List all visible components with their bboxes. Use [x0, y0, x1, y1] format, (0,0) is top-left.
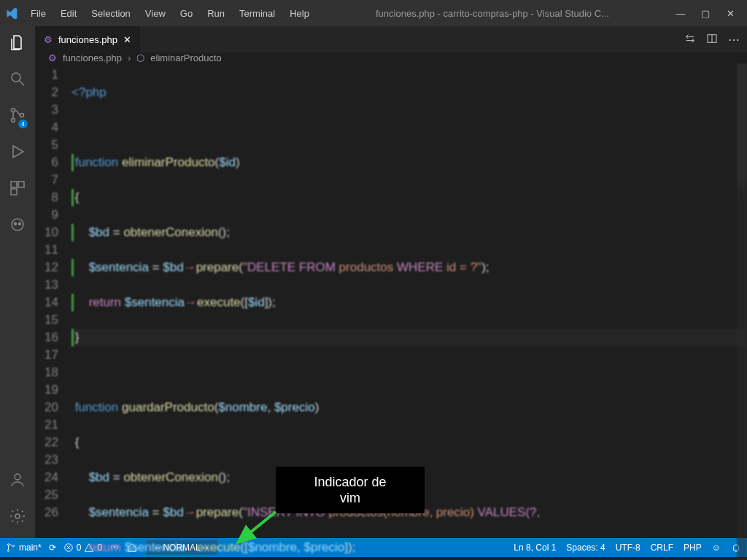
breadcrumb[interactable]: ⚙ funciones.php › ⬡ eliminarProducto	[35, 52, 747, 63]
files-icon	[9, 34, 26, 51]
maximize-button[interactable]: ▢	[699, 8, 712, 19]
git-branch-icon	[6, 542, 16, 553]
svg-rect-6	[11, 189, 17, 195]
activity-scm[interactable]: 4	[9, 106, 26, 127]
svg-point-15	[12, 545, 14, 547]
tab-funciones-php[interactable]: ⚙ funciones.php ✕	[35, 26, 141, 52]
minimap[interactable]	[737, 63, 747, 560]
breadcrumb-file[interactable]: funciones.php	[63, 52, 122, 63]
search-icon	[9, 70, 26, 88]
menu-selection[interactable]: Selection	[85, 5, 136, 22]
window-title: funciones.php - carrito-compras-php - Vi…	[315, 8, 670, 19]
activity-explorer[interactable]	[9, 34, 26, 54]
svg-point-11	[15, 514, 20, 518]
menu-run[interactable]: Run	[201, 5, 231, 22]
svg-point-9	[19, 223, 21, 225]
menu-help[interactable]: Help	[284, 5, 315, 22]
run-debug-icon	[9, 143, 26, 160]
breadcrumb-symbol[interactable]: eliminarProducto	[150, 52, 222, 63]
activity-copilot[interactable]	[9, 216, 26, 236]
svg-point-7	[12, 219, 23, 230]
split-editor-icon[interactable]	[706, 33, 718, 44]
menu-file[interactable]: File	[25, 5, 52, 22]
annotation-arrow-icon	[233, 510, 285, 547]
tab-bar: ⚙ funciones.php ✕ ⋯	[35, 26, 747, 52]
minimize-button[interactable]: —	[674, 8, 687, 19]
editor-actions: ⋯	[677, 33, 747, 47]
annotation-callout: Indicador devim	[276, 467, 425, 513]
title-bar: File Edit Selection View Go Run Terminal…	[0, 0, 747, 26]
svg-rect-5	[18, 182, 24, 187]
activity-account[interactable]	[9, 471, 26, 491]
menu-edit[interactable]: Edit	[55, 5, 82, 22]
menu-view[interactable]: View	[139, 5, 171, 22]
more-actions-icon[interactable]: ⋯	[728, 33, 740, 47]
svg-point-2	[12, 119, 15, 122]
chevron-right-icon: ›	[128, 52, 131, 63]
svg-point-3	[20, 114, 24, 117]
vscode-logo-icon	[6, 7, 18, 19]
activity-debug[interactable]	[9, 143, 26, 163]
svg-point-1	[12, 109, 15, 112]
svg-point-14	[7, 550, 9, 551]
svg-point-8	[15, 223, 17, 225]
svg-rect-4	[11, 182, 17, 187]
gear-icon	[9, 508, 26, 525]
tab-label: funciones.php	[58, 34, 117, 45]
symbol-function-icon: ⬡	[136, 52, 144, 63]
svg-point-10	[15, 474, 20, 480]
line-gutter: 1234567891011121314151617181920212223242…	[35, 63, 71, 560]
account-icon	[9, 471, 26, 489]
activity-bar: 4	[0, 26, 35, 538]
svg-point-0	[12, 73, 20, 82]
tab-close-icon[interactable]: ✕	[123, 34, 131, 45]
close-button[interactable]: ✕	[724, 8, 737, 19]
svg-point-13	[7, 544, 9, 545]
php-file-icon: ⚙	[48, 52, 57, 63]
activity-settings[interactable]	[9, 508, 26, 528]
scm-badge: 4	[18, 120, 28, 128]
editor-area: ⚙ funciones.php ✕ ⋯ ⚙ funciones.php › ⬡ …	[35, 26, 747, 538]
window-controls: — ▢ ✕	[670, 8, 741, 19]
robot-icon	[9, 216, 26, 233]
menu-go[interactable]: Go	[174, 5, 198, 22]
activity-search[interactable]	[9, 70, 26, 90]
compare-icon[interactable]	[684, 33, 696, 44]
shell: 4 ⚙ funciones.php ✕	[0, 26, 747, 538]
php-file-icon: ⚙	[44, 34, 53, 45]
menu-terminal[interactable]: Terminal	[233, 5, 281, 22]
activity-extensions[interactable]	[9, 179, 26, 200]
menu-bar: File Edit Selection View Go Run Terminal…	[25, 5, 315, 22]
extensions-icon	[9, 179, 26, 197]
